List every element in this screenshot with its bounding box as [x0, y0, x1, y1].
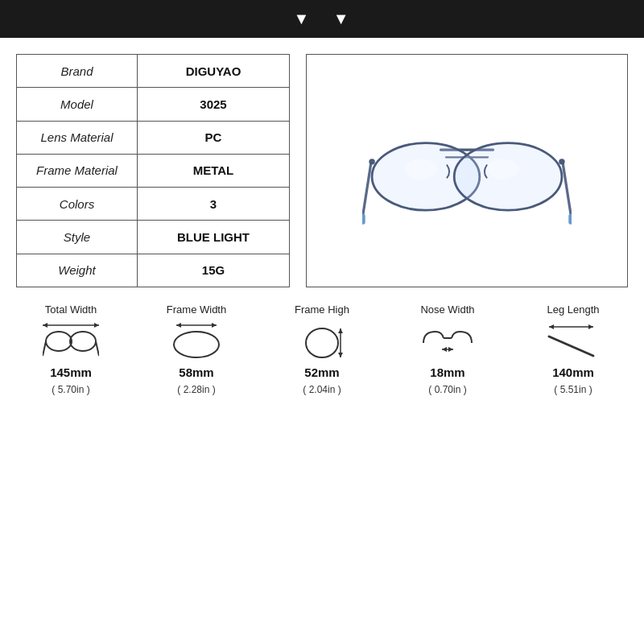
measure-icon-frame-high	[294, 320, 350, 361]
table-value-3: METAL	[138, 154, 290, 187]
measure-nose-width: Nose Width 18mm ( 0.70in )	[395, 303, 500, 395]
svg-point-20	[174, 332, 219, 357]
table-value-5: BLUE LIGHT	[138, 221, 290, 254]
svg-point-13	[70, 332, 96, 351]
table-label-6: Weight	[17, 254, 138, 287]
measure-icon-frame-width	[168, 320, 225, 361]
measure-value-leg-length: 140mm	[552, 365, 594, 379]
measure-inch-nose-width: ( 0.70in )	[428, 384, 466, 395]
table-label-4: Colors	[17, 188, 138, 221]
svg-marker-34	[549, 324, 554, 329]
svg-rect-1	[362, 214, 365, 225]
svg-point-7	[404, 159, 437, 180]
page-header: ▼ ▼	[0, 0, 644, 38]
svg-line-15	[43, 341, 46, 356]
main-content: Brand DIGUYAO Model 3025 Lens Material P…	[0, 38, 644, 295]
svg-marker-23	[212, 323, 217, 328]
svg-point-9	[486, 159, 519, 180]
table-label-3: Frame Material	[17, 154, 138, 187]
triangle-right-icon: ▼	[333, 10, 351, 28]
svg-point-24	[306, 328, 338, 357]
measure-inch-frame-high: ( 2.04in )	[303, 384, 341, 395]
table-row: Frame Material METAL	[17, 154, 290, 187]
svg-marker-30	[442, 347, 447, 352]
measure-icon-total-width	[43, 320, 99, 361]
glasses-image	[362, 106, 572, 235]
measure-value-frame-high: 52mm	[304, 365, 339, 379]
svg-marker-26	[338, 328, 343, 333]
product-image-box	[306, 54, 628, 287]
svg-line-2	[563, 162, 572, 220]
table-row: Brand DIGUYAO	[17, 55, 290, 88]
svg-marker-31	[448, 347, 453, 352]
triangle-left-icon: ▼	[293, 10, 311, 28]
table-value-4: 3	[138, 188, 290, 221]
svg-point-10	[369, 159, 374, 164]
svg-line-0	[362, 162, 371, 220]
product-info-table: Brand DIGUYAO Model 3025 Lens Material P…	[16, 54, 290, 287]
svg-line-16	[96, 341, 99, 356]
svg-point-11	[559, 159, 564, 164]
svg-line-32	[549, 336, 593, 356]
table-row: Colors 3	[17, 188, 290, 221]
table-value-0: DIGUYAO	[138, 55, 290, 88]
measure-label-leg-length: Leg Length	[547, 303, 599, 316]
svg-marker-22	[176, 323, 181, 328]
table-row: Weight 15G	[17, 254, 290, 287]
table-label-0: Brand	[17, 55, 138, 88]
measure-value-nose-width: 18mm	[430, 365, 464, 379]
table-label-2: Lens Material	[17, 121, 138, 154]
svg-marker-35	[588, 324, 593, 329]
measure-icon-leg-length	[545, 320, 601, 361]
measure-label-frame-width: Frame Width	[167, 303, 226, 316]
table-row: Lens Material PC	[17, 121, 290, 154]
svg-marker-18	[43, 323, 47, 328]
measure-label-frame-high: Frame High	[295, 303, 349, 316]
table-row: Model 3025	[17, 88, 290, 121]
measure-label-nose-width: Nose Width	[420, 303, 474, 316]
measurements-section: Total Width 145mm ( 5.70in ) Frame Width…	[0, 295, 644, 403]
table-label-5: Style	[17, 221, 138, 254]
measure-label-total-width: Total Width	[45, 303, 97, 316]
measure-leg-length: Leg Length 140mm ( 5.51in )	[521, 303, 625, 395]
measure-icon-nose-width	[419, 320, 476, 361]
table-value-1: 3025	[138, 88, 290, 121]
svg-point-12	[46, 332, 72, 351]
measure-frame-high: Frame High 52mm ( 2.04in )	[270, 303, 374, 395]
measure-inch-leg-length: ( 5.51in )	[554, 384, 592, 395]
table-row: Style BLUE LIGHT	[17, 221, 290, 254]
measure-value-frame-width: 58mm	[179, 365, 213, 379]
svg-marker-19	[94, 323, 99, 328]
measure-inch-total-width: ( 5.70in )	[52, 384, 89, 395]
table-value-2: PC	[138, 121, 290, 154]
measure-frame-width: Frame Width 58mm ( 2.28in )	[144, 303, 249, 395]
measure-value-total-width: 145mm	[50, 365, 92, 379]
svg-rect-3	[568, 214, 572, 225]
table-label-1: Model	[17, 88, 138, 121]
svg-marker-27	[338, 353, 343, 357]
measure-inch-frame-width: ( 2.28in )	[177, 384, 215, 395]
measure-total-width: Total Width 145mm ( 5.70in )	[19, 303, 123, 395]
table-value-6: 15G	[138, 254, 290, 287]
